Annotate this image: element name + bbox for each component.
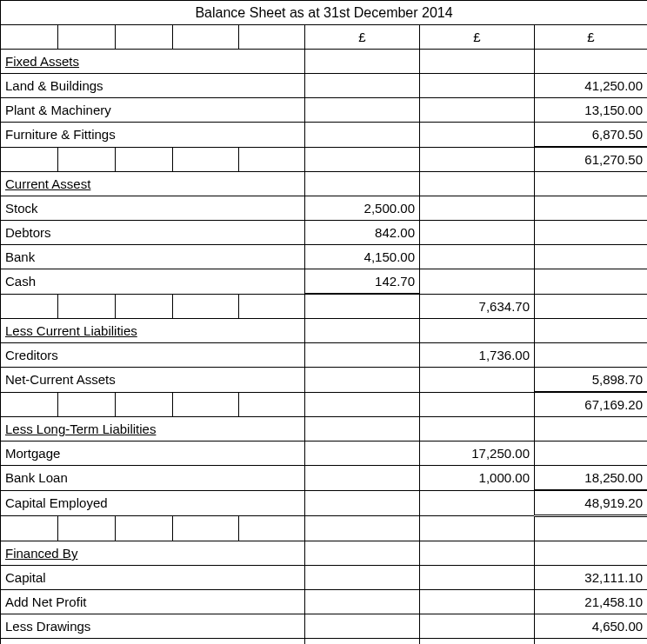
net-current-assets-value: 5,898.70 [535, 368, 648, 393]
bank-loan-row: Bank Loan 1,000.00 18,250.00 [1, 466, 648, 491]
capital-label: Capital [1, 566, 305, 590]
stock-row: Stock 2,500.00 [1, 196, 648, 221]
capital-value: 32,111.10 [535, 566, 648, 590]
debtors-label: Debtors [1, 221, 305, 245]
less-long-term-heading-row: Less Long-Term Liabilities [1, 417, 648, 442]
land-buildings-row: Land & Buildings 41,250.00 [1, 74, 648, 98]
running-total: 67,169.20 [535, 392, 648, 417]
add-net-profit-label: Add Net Profit [1, 590, 305, 614]
currency-col-f: £ [305, 25, 420, 50]
bank-label: Bank [1, 245, 305, 269]
mortgage-label: Mortgage [1, 442, 305, 466]
financed-by-heading-row: Financed By [1, 541, 648, 566]
mortgage-row: Mortgage 17,250.00 [1, 442, 648, 466]
bank-value: 4,150.00 [305, 245, 420, 269]
bank-loan-value-g: 1,000.00 [420, 466, 535, 491]
mortgage-value: 17,250.00 [420, 442, 535, 466]
closing-capital-row: Closing Capital 48,919.20 [1, 639, 648, 645]
sheet-title: Balance Sheet as at 31st December 2014 [1, 1, 648, 25]
creditors-label: Creditors [1, 343, 305, 368]
creditors-value: 1,736.00 [420, 343, 535, 368]
less-current-liab-heading-row: Less Current Liabilities [1, 319, 648, 343]
debtors-row: Debtors 842.00 [1, 221, 648, 245]
plant-machinery-row: Plant & Machinery 13,150.00 [1, 98, 648, 123]
less-drawings-label: Less Drawings [1, 614, 305, 639]
add-net-profit-value: 21,458.10 [535, 590, 648, 614]
net-current-assets-label: Net-Current Assets [1, 368, 305, 393]
cash-label: Cash [1, 269, 305, 295]
less-current-liab-heading: Less Current Liabilities [1, 319, 305, 343]
bank-row: Bank 4,150.00 [1, 245, 648, 269]
bank-loan-value-h: 18,250.00 [535, 466, 648, 491]
fixed-assets-total-row: 61,270.50 [1, 147, 648, 172]
fixed-assets-heading: Fixed Assets [1, 50, 305, 74]
currency-col-g: £ [420, 25, 535, 50]
cash-value: 142.70 [305, 269, 420, 295]
fixed-assets-total: 61,270.50 [535, 147, 648, 172]
current-assets-heading-row: Current Assest [1, 172, 648, 196]
cash-row: Cash 142.70 [1, 269, 648, 295]
bank-loan-label: Bank Loan [1, 466, 305, 491]
plant-machinery-value: 13,150.00 [535, 98, 648, 123]
capital-row: Capital 32,111.10 [1, 566, 648, 590]
currency-header-row: £ £ £ [1, 25, 648, 50]
fixed-assets-heading-row: Fixed Assets [1, 50, 648, 74]
debtors-value: 842.00 [305, 221, 420, 245]
furniture-fittings-row: Furniture & Fittings 6,870.50 [1, 123, 648, 148]
furniture-fittings-label: Furniture & Fittings [1, 123, 305, 148]
less-drawings-row: Less Drawings 4,650.00 [1, 614, 648, 639]
plant-machinery-label: Plant & Machinery [1, 98, 305, 123]
land-buildings-label: Land & Buildings [1, 74, 305, 98]
financed-by-heading: Financed By [1, 541, 305, 566]
current-assets-heading: Current Assest [1, 172, 305, 196]
closing-capital-label: Closing Capital [1, 639, 305, 645]
currency-col-h: £ [535, 25, 648, 50]
capital-employed-value: 48,919.20 [535, 490, 648, 516]
land-buildings-value: 41,250.00 [535, 74, 648, 98]
net-current-assets-row: Net-Current Assets 5,898.70 [1, 368, 648, 393]
current-assets-total: 7,634.70 [420, 294, 535, 319]
capital-employed-row: Capital Employed 48,919.20 [1, 490, 648, 516]
stock-label: Stock [1, 196, 305, 221]
balance-sheet-table: Balance Sheet as at 31st December 2014 £… [0, 0, 647, 644]
current-assets-total-row: 7,634.70 [1, 294, 648, 319]
furniture-fittings-value: 6,870.50 [535, 123, 648, 148]
creditors-row: Creditors 1,736.00 [1, 343, 648, 368]
less-drawings-value: 4,650.00 [535, 614, 648, 639]
add-net-profit-row: Add Net Profit 21,458.10 [1, 590, 648, 614]
running-total-row: 67,169.20 [1, 392, 648, 417]
title-row: Balance Sheet as at 31st December 2014 [1, 1, 648, 25]
blank-row [1, 516, 648, 541]
capital-employed-label: Capital Employed [1, 490, 305, 516]
less-long-term-heading: Less Long-Term Liabilities [1, 417, 305, 442]
closing-capital-value: 48,919.20 [535, 639, 648, 645]
stock-value: 2,500.00 [305, 196, 420, 221]
